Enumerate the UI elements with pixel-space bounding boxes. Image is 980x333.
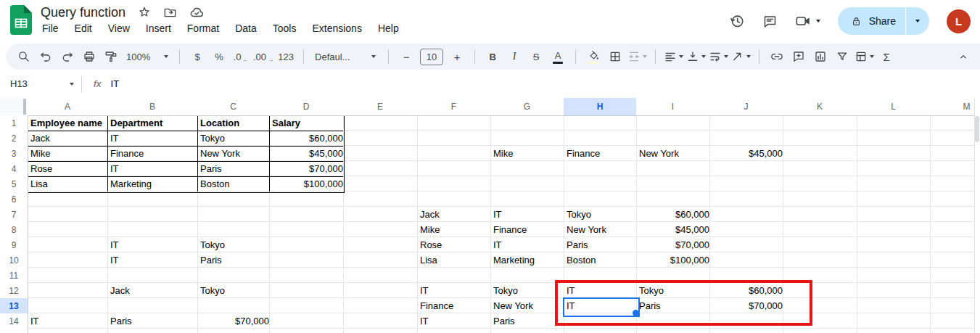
cell-F10[interactable]: Lisa [417, 252, 493, 268]
cell-F7[interactable]: Jack [417, 207, 493, 222]
comment-history-icon[interactable] [762, 14, 778, 29]
fill-handle[interactable] [633, 310, 639, 316]
account-avatar[interactable]: L [947, 9, 971, 33]
row-header-12[interactable]: 12 [0, 283, 28, 299]
name-box-dropdown-icon[interactable] [70, 83, 74, 86]
col-header-I[interactable]: I [636, 98, 710, 116]
name-box[interactable]: H13 [10, 78, 74, 89]
table-views-button[interactable] [855, 47, 874, 66]
cell-A14[interactable]: IT [28, 313, 110, 329]
col-header-F[interactable]: F [417, 98, 491, 116]
cell-C2[interactable]: Tokyo [197, 131, 272, 146]
cell-D5[interactable]: $100,000 [269, 176, 347, 192]
col-header-M[interactable]: M [930, 98, 980, 116]
cell-G9[interactable]: IT [490, 237, 567, 252]
row-header-10[interactable]: 10 [0, 252, 28, 268]
decrease-decimal-button[interactable]: .0← [231, 47, 250, 66]
search-button[interactable] [15, 47, 33, 66]
col-header-H[interactable]: H [564, 98, 637, 116]
redo-button[interactable] [58, 47, 77, 66]
row-header-1[interactable]: 1 [0, 115, 28, 131]
cell-G8[interactable]: Finance [490, 222, 567, 237]
cell-C15[interactable]: $60,000 [197, 329, 273, 333]
insert-link-button[interactable] [767, 47, 786, 66]
increase-decimal-button[interactable]: .00→ [253, 47, 273, 66]
cell-C10[interactable]: Paris [197, 252, 272, 268]
col-header-G[interactable]: G [490, 98, 564, 116]
text-color-button[interactable]: A [548, 47, 567, 66]
cell-C14[interactable]: $70,000 [197, 313, 273, 329]
cell-C5[interactable]: Boston [197, 176, 272, 192]
cell-B3[interactable]: Finance [107, 146, 200, 161]
star-icon[interactable] [138, 6, 151, 19]
cell-I3[interactable]: New York [636, 146, 712, 161]
insert-comment-button[interactable] [789, 47, 808, 66]
document-title[interactable]: Query function [41, 5, 125, 20]
menu-edit[interactable]: Edit [69, 21, 98, 36]
cell-C9[interactable]: Tokyo [197, 237, 272, 252]
camera-dropdown-icon[interactable] [816, 20, 820, 22]
row-header-2[interactable]: 2 [0, 131, 28, 147]
bold-button[interactable]: B [483, 47, 502, 66]
cell-B12[interactable]: Jack [107, 283, 200, 298]
increase-font-size-button[interactable]: + [448, 47, 466, 66]
cell-I10[interactable]: $100,000 [636, 252, 713, 268]
active-cell-selection[interactable] [563, 297, 640, 317]
menu-data[interactable]: Data [229, 21, 263, 36]
menu-file[interactable]: File [36, 21, 65, 36]
cell-G15[interactable]: Boston [490, 329, 567, 333]
cell-D3[interactable]: $45,000 [269, 146, 347, 161]
menu-insert[interactable]: Insert [140, 21, 177, 36]
cell-B9[interactable]: IT [107, 237, 200, 252]
cell-D2[interactable]: $60,000 [269, 131, 347, 146]
cell-H9[interactable]: Paris [564, 237, 639, 252]
cell-J3[interactable]: $45,000 [709, 146, 786, 161]
menu-format[interactable]: Format [181, 21, 225, 36]
cell-D4[interactable]: $70,000 [269, 161, 347, 176]
col-header-D[interactable]: D [269, 98, 344, 116]
cell-C3[interactable]: New York [197, 146, 272, 161]
cell-I9[interactable]: $70,000 [636, 237, 713, 252]
font-selector[interactable]: Defaul... [312, 47, 380, 66]
sheets-logo-icon[interactable] [10, 5, 32, 35]
share-button[interactable]: Share [838, 7, 929, 35]
text-rotation-button[interactable] [731, 47, 751, 66]
document-status-cloud-icon[interactable] [189, 5, 204, 20]
row-header-6[interactable]: 6 [0, 192, 28, 207]
cell-C4[interactable]: Paris [197, 161, 272, 176]
hide-menus-button[interactable] [954, 47, 973, 66]
menu-help[interactable]: Help [372, 21, 405, 36]
fill-color-button[interactable] [584, 47, 603, 66]
cell-H10[interactable]: Boston [564, 252, 639, 268]
menu-tools[interactable]: Tools [267, 21, 302, 36]
insert-chart-button[interactable] [811, 47, 830, 66]
cell-G10[interactable]: Marketing [490, 252, 567, 268]
undo-button[interactable] [36, 47, 55, 66]
cell-G7[interactable]: IT [490, 207, 567, 222]
cell-D1[interactable]: Salary [269, 115, 346, 131]
row-header-4[interactable]: 4 [0, 161, 28, 177]
col-header-J[interactable]: J [709, 98, 783, 116]
decrease-font-size-button[interactable]: − [397, 47, 416, 66]
cell-B14[interactable]: Paris [107, 313, 200, 329]
col-header-B[interactable]: B [107, 98, 198, 116]
cell-A5[interactable]: Lisa [28, 176, 110, 192]
col-header-C[interactable]: C [197, 98, 270, 116]
italic-button[interactable]: I [505, 47, 524, 66]
version-history-icon[interactable] [729, 13, 745, 29]
more-formats-button[interactable]: 123 [276, 47, 295, 66]
share-dropdown[interactable] [906, 7, 929, 35]
cell-B4[interactable]: IT [107, 161, 200, 176]
row-header-11[interactable]: 11 [0, 268, 28, 284]
format-percent-button[interactable]: % [210, 47, 228, 66]
col-header-E[interactable]: E [343, 98, 418, 116]
row-header-5[interactable]: 5 [0, 176, 28, 192]
row-header-15[interactable]: 15 [0, 329, 28, 333]
cell-F14[interactable]: IT [417, 313, 493, 329]
functions-button[interactable]: Σ [877, 47, 896, 66]
row-header-13[interactable]: 13 [0, 298, 28, 314]
vertical-align-button[interactable] [686, 47, 706, 66]
cell-A2[interactable]: Jack [28, 131, 110, 146]
cell-F8[interactable]: Mike [417, 222, 493, 237]
cell-I8[interactable]: $45,000 [636, 222, 713, 237]
